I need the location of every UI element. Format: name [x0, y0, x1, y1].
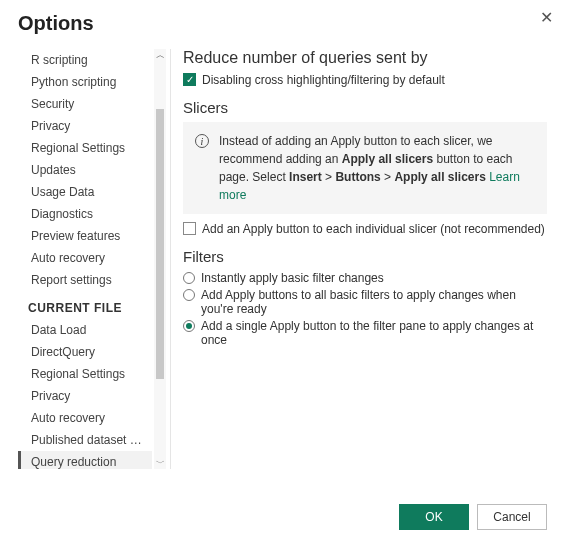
scroll-down-icon[interactable]: ﹀	[154, 457, 166, 469]
sidebar: R scriptingPython scriptingSecurityPriva…	[18, 49, 166, 469]
sidebar-item[interactable]: Privacy	[18, 385, 152, 407]
disable-cross-row[interactable]: ✓ Disabling cross highlighting/filtering…	[183, 73, 547, 87]
filter-option-3-label: Add a single Apply button to the filter …	[201, 319, 547, 347]
sidebar-section-header: CURRENT FILE	[18, 291, 152, 319]
info-text: Instead of adding an Apply button to eac…	[219, 132, 535, 204]
sidebar-item[interactable]: Data Load	[18, 319, 152, 341]
sidebar-item[interactable]: Security	[18, 93, 152, 115]
slicers-heading: Slicers	[183, 99, 547, 116]
scroll-up-icon[interactable]: ︿	[154, 49, 166, 61]
filter-option-1-label: Instantly apply basic filter changes	[201, 271, 384, 285]
sidebar-item[interactable]: Privacy	[18, 115, 152, 137]
sidebar-item[interactable]: Python scripting	[18, 71, 152, 93]
sidebar-item[interactable]: Usage Data	[18, 181, 152, 203]
sidebar-item[interactable]: Published dataset set...	[18, 429, 152, 451]
filter-option-3[interactable]: Add a single Apply button to the filter …	[183, 319, 547, 347]
ok-button[interactable]: OK	[399, 504, 469, 530]
radio-selected-icon[interactable]	[183, 320, 195, 332]
sidebar-item[interactable]: Auto recovery	[18, 247, 152, 269]
info-icon: i	[195, 134, 209, 148]
checkbox-checked-icon[interactable]: ✓	[183, 73, 196, 86]
checkbox-unchecked-icon[interactable]	[183, 222, 196, 235]
sidebar-item[interactable]: Preview features	[18, 225, 152, 247]
filter-option-2-label: Add Apply buttons to all basic filters t…	[201, 288, 547, 316]
disable-cross-label: Disabling cross highlighting/filtering b…	[202, 73, 445, 87]
slicers-info-box: i Instead of adding an Apply button to e…	[183, 122, 547, 214]
options-dialog: ✕ Options R scriptingPython scriptingSec…	[0, 0, 565, 542]
close-icon[interactable]: ✕	[540, 8, 553, 27]
sidebar-item[interactable]: DirectQuery	[18, 341, 152, 363]
sidebar-item[interactable]: Regional Settings	[18, 363, 152, 385]
sidebar-item[interactable]: R scripting	[18, 49, 152, 71]
vertical-divider	[170, 49, 171, 469]
dialog-content: R scriptingPython scriptingSecurityPriva…	[18, 49, 547, 469]
radio-icon[interactable]	[183, 289, 195, 301]
sidebar-item[interactable]: Query reduction	[18, 451, 152, 469]
slicer-apply-label: Add an Apply button to each individual s…	[202, 222, 545, 236]
sidebar-item[interactable]: Updates	[18, 159, 152, 181]
filters-heading: Filters	[183, 248, 547, 265]
sidebar-item[interactable]: Report settings	[18, 269, 152, 291]
scrollbar-thumb[interactable]	[156, 109, 164, 379]
sidebar-item[interactable]: Regional Settings	[18, 137, 152, 159]
radio-icon[interactable]	[183, 272, 195, 284]
reduce-heading: Reduce number of queries sent by	[183, 49, 547, 67]
sidebar-item[interactable]: Diagnostics	[18, 203, 152, 225]
slicer-apply-row[interactable]: Add an Apply button to each individual s…	[183, 222, 547, 236]
dialog-footer: OK Cancel	[399, 504, 547, 530]
filter-option-2[interactable]: Add Apply buttons to all basic filters t…	[183, 288, 547, 316]
sidebar-item[interactable]: Auto recovery	[18, 407, 152, 429]
main-panel: Reduce number of queries sent by ✓ Disab…	[183, 49, 547, 469]
cancel-button[interactable]: Cancel	[477, 504, 547, 530]
scrollbar-track[interactable]: ︿ ﹀	[154, 49, 166, 469]
dialog-title: Options	[18, 12, 547, 35]
filter-option-1[interactable]: Instantly apply basic filter changes	[183, 271, 547, 285]
